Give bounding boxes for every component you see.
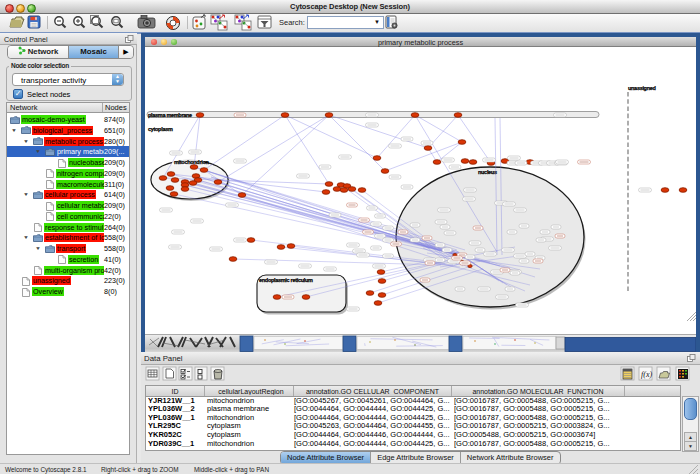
svg-text:endoplasmic reticulum: endoplasmic reticulum <box>259 277 313 283</box>
svg-text:f(x): f(x) <box>641 370 652 379</box>
svg-text:plasma membrane: plasma membrane <box>148 112 192 118</box>
svg-text:cytoplasm: cytoplasm <box>148 126 173 132</box>
svg-text:mitochondrion: mitochondrion <box>174 159 210 165</box>
svg-text:unassigned: unassigned <box>628 85 656 91</box>
svg-text:nucleus: nucleus <box>478 169 497 175</box>
